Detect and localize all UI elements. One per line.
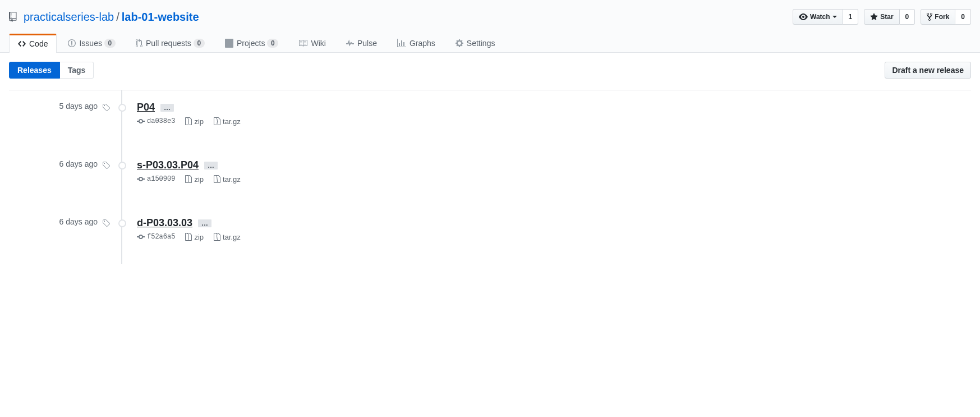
tab-wiki-label: Wiki bbox=[311, 39, 325, 48]
tag-icon bbox=[102, 103, 110, 112]
gear-icon bbox=[456, 39, 463, 48]
subnav-releases[interactable]: Releases bbox=[9, 62, 60, 79]
tab-graphs[interactable]: Graphs bbox=[388, 34, 444, 53]
targz-label: tar.gz bbox=[223, 117, 241, 126]
projects-count: 0 bbox=[267, 39, 278, 48]
tab-wiki[interactable]: Wiki bbox=[289, 34, 334, 53]
issues-count: 0 bbox=[104, 39, 116, 48]
commit-link[interactable]: da038e3 bbox=[137, 117, 175, 126]
subnav-row: Releases Tags Draft a new release bbox=[9, 62, 971, 79]
path-separator: / bbox=[116, 11, 119, 24]
release-title[interactable]: s-P03.03.P04 bbox=[137, 159, 199, 171]
tag-icon bbox=[102, 161, 110, 170]
release-entry: 5 days ago P04 … da038e3 zip tar.gz bbox=[9, 90, 971, 148]
owner-link[interactable]: practicalseries-lab bbox=[24, 11, 114, 24]
tab-settings-label: Settings bbox=[467, 39, 495, 48]
graph-icon bbox=[397, 39, 406, 48]
release-date: 6 days ago bbox=[59, 159, 98, 168]
download-targz[interactable]: tar.gz bbox=[214, 232, 241, 241]
release-body: d-P03.03.03 … f52a6a5 zip tar.gz bbox=[121, 206, 971, 264]
eye-icon bbox=[799, 12, 808, 21]
tag-icon bbox=[102, 219, 110, 228]
release-body: s-P03.03.P04 … a150909 zip tar.gz bbox=[121, 148, 971, 206]
release-title[interactable]: P04 bbox=[137, 102, 155, 113]
fork-button[interactable]: Fork bbox=[921, 9, 955, 25]
star-count[interactable]: 0 bbox=[900, 9, 915, 25]
zip-icon bbox=[214, 232, 220, 241]
watch-label: Watch bbox=[810, 11, 830, 22]
commit-link[interactable]: a150909 bbox=[137, 175, 175, 184]
tab-code[interactable]: Code bbox=[9, 34, 57, 53]
release-entry: 6 days ago s-P03.03.P04 … a150909 zip bbox=[9, 148, 971, 206]
download-zip[interactable]: zip bbox=[185, 232, 204, 241]
main-content: Releases Tags Draft a new release 5 days… bbox=[0, 53, 980, 273]
watch-button[interactable]: Watch bbox=[793, 9, 843, 25]
release-meta: 6 days ago bbox=[9, 206, 121, 264]
tab-projects[interactable]: Projects 0 bbox=[216, 34, 288, 53]
fork-count[interactable]: 0 bbox=[955, 9, 971, 25]
release-title-row: d-P03.03.03 … bbox=[137, 217, 971, 229]
zip-icon bbox=[214, 175, 220, 184]
fork-icon bbox=[927, 12, 932, 21]
tab-graphs-label: Graphs bbox=[410, 39, 435, 48]
fork-group: Fork 0 bbox=[921, 9, 971, 25]
release-links: a150909 zip tar.gz bbox=[137, 175, 971, 184]
caret-icon bbox=[832, 16, 837, 18]
tab-issues[interactable]: Issues 0 bbox=[59, 34, 124, 53]
draft-release-button[interactable]: Draft a new release bbox=[885, 62, 971, 79]
commit-link[interactable]: f52a6a5 bbox=[137, 232, 175, 241]
star-label: Star bbox=[880, 11, 893, 22]
zip-icon bbox=[185, 117, 192, 126]
repo-link[interactable]: lab-01-website bbox=[122, 11, 199, 24]
commit-icon bbox=[137, 175, 145, 184]
tab-settings[interactable]: Settings bbox=[447, 34, 504, 53]
download-targz[interactable]: tar.gz bbox=[214, 175, 241, 184]
watch-count[interactable]: 1 bbox=[843, 9, 859, 25]
commit-icon bbox=[137, 117, 145, 126]
tab-code-label: Code bbox=[29, 39, 48, 48]
tab-issues-label: Issues bbox=[79, 39, 102, 48]
pr-icon bbox=[136, 39, 142, 48]
release-title[interactable]: d-P03.03.03 bbox=[137, 217, 192, 229]
commit-hash: f52a6a5 bbox=[147, 233, 175, 241]
repo-icon bbox=[9, 12, 19, 22]
star-button[interactable]: Star bbox=[864, 9, 899, 25]
release-meta: 5 days ago bbox=[9, 90, 121, 148]
release-title-row: P04 … bbox=[137, 102, 971, 113]
release-timeline: 5 days ago P04 … da038e3 zip tar.gz bbox=[9, 90, 971, 264]
star-group: Star 0 bbox=[864, 9, 915, 25]
repo-title: practicalseries-lab / lab-01-website bbox=[9, 11, 199, 24]
download-targz[interactable]: tar.gz bbox=[214, 117, 241, 126]
commit-hash: da038e3 bbox=[147, 117, 175, 125]
commit-icon bbox=[137, 232, 145, 241]
repo-title-row: practicalseries-lab / lab-01-website Wat… bbox=[9, 9, 971, 34]
release-entry: 6 days ago d-P03.03.03 … f52a6a5 zip t bbox=[9, 206, 971, 264]
watch-group: Watch 1 bbox=[793, 9, 858, 25]
release-date: 6 days ago bbox=[59, 217, 98, 226]
pr-count: 0 bbox=[194, 39, 205, 48]
release-meta: 6 days ago bbox=[9, 148, 121, 206]
tab-pulse-label: Pulse bbox=[357, 39, 377, 48]
code-icon bbox=[18, 39, 26, 48]
pulse-icon bbox=[346, 39, 354, 48]
release-expand-button[interactable]: … bbox=[204, 162, 218, 169]
subnav-tags[interactable]: Tags bbox=[60, 62, 94, 79]
zip-icon bbox=[185, 232, 192, 241]
zip-label: zip bbox=[194, 175, 204, 184]
download-zip[interactable]: zip bbox=[185, 175, 204, 184]
release-date: 5 days ago bbox=[59, 102, 98, 111]
book-icon bbox=[298, 39, 307, 48]
tab-pulse[interactable]: Pulse bbox=[337, 34, 386, 53]
repo-nav: Code Issues 0 Pull requests 0 Projects 0… bbox=[9, 34, 971, 53]
release-expand-button[interactable]: … bbox=[198, 219, 211, 227]
tab-pull-requests[interactable]: Pull requests 0 bbox=[127, 34, 214, 53]
targz-label: tar.gz bbox=[223, 233, 241, 241]
zip-label: zip bbox=[194, 117, 204, 126]
release-links: f52a6a5 zip tar.gz bbox=[137, 232, 971, 241]
download-zip[interactable]: zip bbox=[185, 117, 204, 126]
zip-label: zip bbox=[194, 233, 204, 241]
zip-icon bbox=[185, 175, 192, 184]
release-expand-button[interactable]: … bbox=[160, 104, 174, 112]
fork-label: Fork bbox=[935, 11, 949, 22]
issue-icon bbox=[68, 39, 76, 48]
